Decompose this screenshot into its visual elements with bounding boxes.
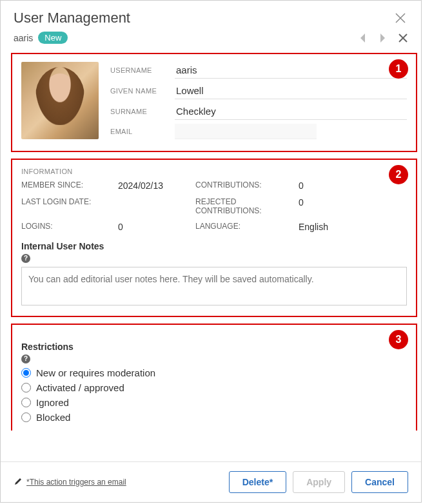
- information-heading: INFORMATION: [21, 168, 407, 175]
- chevron-right-icon: [379, 33, 386, 43]
- close-icon: [394, 12, 407, 24]
- help-icon[interactable]: ?: [21, 354, 30, 363]
- restriction-radio-ignored[interactable]: [21, 398, 31, 407]
- profile-fields: USERNAME aaris GIVEN NAME Lowell SURNAME…: [110, 62, 407, 143]
- restriction-option-activated[interactable]: Activated / approved: [21, 382, 407, 393]
- email-value[interactable]: [175, 124, 317, 139]
- field-given-name: GIVEN NAME Lowell: [110, 82, 407, 99]
- apply-button: Apply: [293, 471, 345, 493]
- restriction-option-blocked[interactable]: Blocked: [21, 412, 407, 423]
- status-badge: New: [38, 32, 68, 44]
- profile-section: 1 USERNAME aaris GIVEN NAME Lowell SURNA…: [11, 53, 417, 152]
- restriction-label: Ignored: [36, 397, 69, 408]
- information-section: 2 INFORMATION MEMBER SINCE: 2024/02/13 C…: [11, 159, 417, 317]
- restriction-radio-new[interactable]: [21, 368, 31, 378]
- annotation-badge-1: 1: [389, 59, 408, 79]
- record-nav: [359, 33, 408, 43]
- next-record-button[interactable]: [379, 33, 386, 43]
- help-icon[interactable]: ?: [21, 254, 30, 263]
- delete-button[interactable]: Delete*: [229, 471, 286, 493]
- footer-hint: *This action triggers an email: [14, 477, 126, 488]
- last-login-label: LAST LOGIN DATE:: [21, 197, 118, 206]
- chevron-left-icon: [359, 33, 367, 43]
- avatar: [21, 62, 99, 139]
- annotation-badge-3: 3: [389, 330, 408, 349]
- field-email: EMAIL: [110, 124, 407, 139]
- restriction-label: Activated / approved: [36, 382, 124, 393]
- svg-marker-3: [380, 34, 385, 43]
- restriction-label: New or requires moderation: [36, 367, 155, 378]
- language-label: LANGUAGE:: [195, 222, 299, 231]
- member-since-label: MEMBER SINCE:: [21, 180, 118, 189]
- content-scroll[interactable]: 1 USERNAME aaris GIVEN NAME Lowell SURNA…: [1, 50, 421, 431]
- close-icon: [398, 33, 408, 43]
- logins-label: LOGINS:: [21, 222, 118, 231]
- subheader-close-button[interactable]: [398, 33, 408, 43]
- rejected-label: REJECTED CONTRIBUTIONS:: [195, 197, 299, 215]
- restrictions-section: 3 Restrictions ? New or requires moderat…: [11, 324, 417, 431]
- footer-hint-text: *This action triggers an email: [26, 478, 126, 487]
- restriction-option-ignored[interactable]: Ignored: [21, 397, 407, 408]
- field-label: USERNAME: [110, 66, 175, 74]
- subheader-username: aaris: [14, 33, 33, 43]
- modal-close-button[interactable]: [393, 10, 408, 26]
- footer-buttons: Delete* Apply Cancel: [229, 471, 408, 493]
- svg-marker-2: [360, 34, 365, 43]
- pencil-icon: [14, 477, 23, 488]
- logins-value: 0: [118, 222, 195, 232]
- cancel-button[interactable]: Cancel: [351, 471, 408, 493]
- subheader-left: aaris New: [14, 32, 68, 44]
- member-since-value: 2024/02/13: [118, 180, 195, 191]
- subheader: aaris New: [1, 29, 421, 50]
- modal-footer: *This action triggers an email Delete* A…: [1, 461, 421, 502]
- restriction-radio-activated[interactable]: [21, 383, 31, 393]
- info-grid: MEMBER SINCE: 2024/02/13 CONTRIBUTIONS: …: [21, 180, 407, 232]
- restrictions-title: Restrictions: [21, 342, 407, 352]
- notes-title: Internal User Notes: [21, 241, 407, 251]
- username-value[interactable]: aaris: [175, 62, 407, 79]
- annotation-badge-2: 2: [389, 165, 408, 184]
- internal-notes-input[interactable]: [21, 267, 407, 305]
- modal-header: User Management: [1, 1, 421, 29]
- rejected-value: 0: [299, 197, 350, 208]
- language-value: English: [299, 222, 350, 232]
- field-surname: SURNAME Checkley: [110, 103, 407, 120]
- field-label: EMAIL: [110, 128, 175, 135]
- surname-value[interactable]: Checkley: [175, 103, 407, 120]
- restriction-option-new[interactable]: New or requires moderation: [21, 367, 407, 378]
- field-label: GIVEN NAME: [110, 87, 175, 95]
- user-management-modal: User Management aaris New 1: [0, 0, 422, 503]
- modal-title: User Management: [14, 10, 130, 26]
- contributions-value: 0: [299, 180, 350, 191]
- field-username: USERNAME aaris: [110, 62, 407, 79]
- given-name-value[interactable]: Lowell: [175, 82, 407, 99]
- restriction-radio-blocked[interactable]: [21, 412, 31, 422]
- prev-record-button[interactable]: [359, 33, 367, 43]
- restriction-label: Blocked: [36, 412, 70, 423]
- contributions-label: CONTRIBUTIONS:: [195, 180, 299, 189]
- field-label: SURNAME: [110, 108, 175, 115]
